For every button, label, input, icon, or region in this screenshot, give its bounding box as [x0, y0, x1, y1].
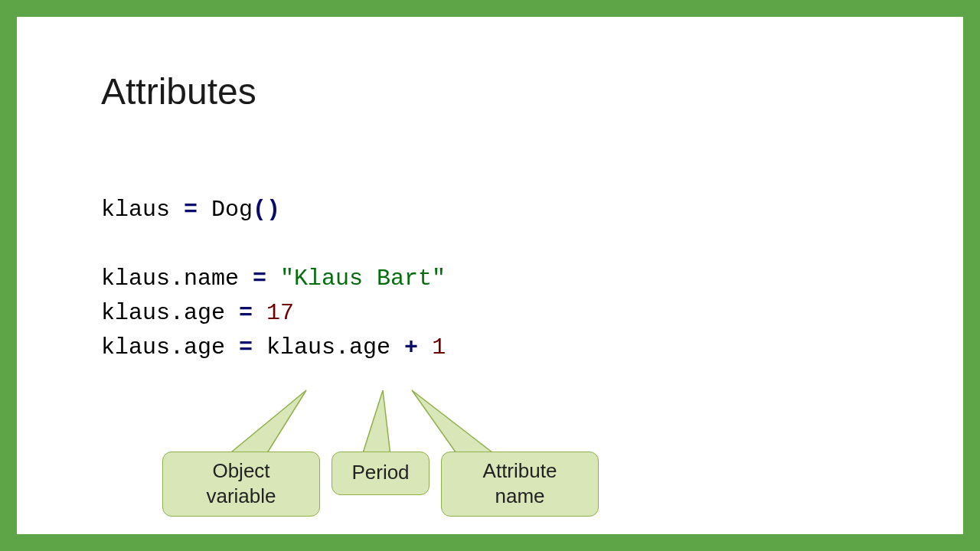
code-token-number: 17: [266, 300, 294, 326]
code-token-attr: name: [184, 266, 239, 292]
code-token-op: =: [225, 300, 266, 326]
callout-tail-period: [362, 390, 390, 455]
slide-content: Attributes klaus = Dog() klaus.name = "K…: [17, 17, 963, 534]
code-token-period: .: [170, 300, 184, 326]
code-token-period: .: [170, 334, 184, 360]
slide-title: Attributes: [101, 70, 879, 112]
code-token-op: =: [239, 266, 280, 292]
code-token-obj: klaus: [266, 334, 335, 360]
code-token-attr: age: [349, 334, 390, 360]
code-token-attr: age: [184, 300, 225, 326]
callout-label: Attributename: [483, 459, 557, 507]
callout-tail-object-variable: [227, 390, 306, 455]
callout-label: Objectvariable: [206, 459, 276, 507]
code-token-plus: +: [390, 334, 432, 360]
code-token-var: klaus: [101, 197, 170, 223]
callout-tail-attribute-name: [412, 390, 496, 455]
callout-period: Period: [332, 452, 430, 495]
callout-object-variable: Objectvariable: [162, 452, 320, 517]
code-token-obj: klaus: [101, 334, 170, 360]
code-token-period: .: [335, 334, 349, 360]
code-token-obj: klaus: [101, 300, 170, 326]
callout-attribute-name: Attributename: [441, 452, 599, 517]
code-token-obj: klaus: [101, 266, 170, 292]
code-token-op: =: [225, 334, 266, 360]
code-token-period: .: [170, 266, 184, 292]
code-token-paren: (): [253, 197, 280, 223]
code-token-attr: age: [184, 334, 225, 360]
code-token-number: 1: [432, 334, 446, 360]
callout-label: Period: [351, 461, 409, 484]
code-token-string: "Klaus Bart": [280, 266, 446, 292]
code-token-op: =: [170, 197, 211, 223]
code-block: klaus = Dog() klaus.name = "Klaus Bart" …: [101, 193, 879, 365]
code-token-class: Dog: [211, 197, 253, 223]
